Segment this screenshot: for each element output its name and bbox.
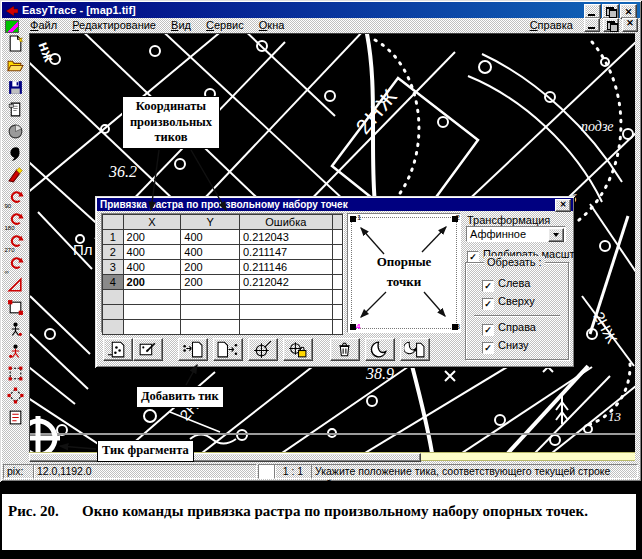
menu-service[interactable]: Сервис (200, 18, 250, 31)
checkbox-icon[interactable]: ✓ (482, 342, 494, 354)
row-header[interactable]: 3 (103, 260, 124, 275)
screen: EasyTrace - [map1.tif] ✕ Файл Редактиров… (0, 0, 642, 559)
col-error[interactable]: Ошибка (239, 215, 332, 230)
deskew-button[interactable] (5, 276, 27, 297)
trace-figure-alt-icon (7, 343, 24, 360)
crosshair-icon (252, 341, 273, 358)
open-folder-icon (7, 57, 24, 74)
raster-binding-dialog: Привязка растра по произвольному набору … (95, 196, 575, 368)
titlebar: EasyTrace - [map1.tif] ✕ (2, 2, 640, 18)
raster-page-icon (7, 101, 24, 118)
checkbox-icon[interactable]: ✓ (482, 324, 494, 336)
select-area-button[interactable] (5, 364, 27, 385)
save-floppy-icon (7, 79, 24, 96)
crop-left-checkbox[interactable]: ✓Слева (482, 277, 530, 292)
col-x[interactable]: X (123, 215, 181, 230)
mdi-close-button[interactable]: ✕ (622, 18, 638, 32)
status-unit: pix: (3, 464, 35, 479)
dialog-title: Привязка растра по произвольному набору … (100, 199, 348, 210)
raster-page-button[interactable] (5, 100, 27, 121)
row-header[interactable]: 4 (103, 275, 124, 290)
aim-tick-button[interactable] (248, 338, 278, 361)
menu-file[interactable]: Файл (24, 18, 63, 31)
restore-button[interactable] (602, 4, 619, 19)
invert-comma-button[interactable] (5, 144, 27, 165)
select-polygon-icon (7, 387, 24, 404)
close-button[interactable]: ✕ (620, 4, 637, 19)
ticks-table: X Y Ошибка 1 200 400 0.212043 2 400 400 … (101, 213, 344, 333)
crop-group-label: Обрезать : (484, 256, 545, 268)
warp-new-page-icon (404, 341, 425, 358)
coordinates-button[interactable] (5, 408, 27, 429)
menu-edit[interactable]: Редактирование (66, 18, 162, 31)
checkbox-icon[interactable]: ✓ (482, 298, 494, 310)
document-icon[interactable] (5, 20, 19, 33)
transform-select[interactable]: Аффинное (466, 226, 566, 242)
add-tick-callout: Добавить тик (136, 386, 224, 408)
crop-bottom-checkbox[interactable]: ✓Снизу (482, 339, 529, 354)
col-y[interactable]: Y (181, 215, 240, 230)
comma-icon (7, 145, 24, 162)
trace-figure-button[interactable] (5, 320, 27, 341)
rotate-180-button[interactable]: 180 (5, 210, 27, 231)
crop-top-checkbox[interactable]: ✓Сверху (482, 295, 535, 310)
pick-ticks-button[interactable] (133, 338, 163, 361)
rotate-free-button[interactable]: ∞ (5, 254, 27, 275)
mdi-restore-button[interactable] (603, 18, 619, 32)
figure-caption: Рис. 20.Окно команды привязка растра по … (1, 493, 637, 551)
horizontal-scroll-thumb[interactable] (29, 453, 421, 462)
vertical-scrollbar[interactable] (635, 33, 640, 452)
knife-icon (7, 167, 24, 184)
ticks-preview[interactable]: 1 2 3 4 Опорные точки (347, 213, 461, 333)
rotate-90-button[interactable]: 90 (5, 188, 27, 209)
new-document-button[interactable] (5, 34, 27, 55)
warp-button[interactable] (365, 338, 395, 361)
menu-help[interactable]: Справка (524, 18, 579, 31)
export-tick-button[interactable] (213, 338, 243, 361)
map-text: Пл (73, 241, 93, 258)
coords-callout: Координаты произвольных тиков (122, 96, 220, 149)
rotate-270-button[interactable]: 270 (5, 232, 27, 253)
table-row-selected: 4 200 200 0.212042 (103, 275, 343, 290)
save-button[interactable] (5, 78, 27, 99)
active-cell[interactable]: 200 (123, 275, 181, 290)
add-tick-button[interactable] (178, 338, 208, 361)
app-icon (6, 6, 18, 16)
minimize-button[interactable] (584, 4, 601, 19)
checkbox-icon[interactable]: ✓ (482, 280, 494, 292)
crop-groupbox: Обрезать : ✓Слева ✓Сверху ✓Справа ✓Снизу (465, 262, 569, 360)
caption-number: Рис. 20. (8, 500, 82, 523)
row-header[interactable]: 2 (103, 245, 124, 260)
crop-right-checkbox[interactable]: ✓Справа (482, 321, 536, 336)
load-ticks-button[interactable] (103, 338, 133, 361)
coordinates-icon (7, 409, 24, 426)
menu-windows[interactable]: Окна (253, 18, 291, 31)
statusbar: pix: 12.0,1192.0 1 : 1 Укажите положение… (2, 462, 640, 480)
status-message: Укажите положение тика, соответствующего… (311, 464, 638, 479)
row-header[interactable]: 1 (103, 230, 124, 245)
crop-frame-button[interactable] (5, 298, 27, 319)
crop-frame-icon (7, 299, 24, 316)
table-row: 2 400 400 0.211147 (103, 245, 343, 260)
select-polygon-button[interactable] (5, 386, 27, 407)
eraser-knife-button[interactable] (5, 166, 27, 187)
new-document-icon (7, 35, 24, 52)
table-row-empty (103, 320, 343, 335)
dropdown-button[interactable] (548, 228, 564, 242)
map-text: подзе (581, 119, 614, 135)
warp-to-new-button[interactable] (400, 338, 430, 361)
pie-button[interactable] (5, 122, 27, 143)
mdi-minimize-button[interactable] (584, 18, 600, 32)
export-tick-icon (217, 341, 238, 358)
close-icon: ✕ (560, 200, 567, 209)
table-header-row: X Y Ошибка (103, 215, 343, 230)
dialog-close-button[interactable]: ✕ (555, 199, 571, 212)
status-zoom: 1 : 1 (274, 464, 312, 479)
open-file-button[interactable] (5, 56, 27, 77)
trace-figure-alt-button[interactable] (5, 342, 27, 363)
lock-tick-button[interactable] (283, 338, 313, 361)
dialog-titlebar[interactable]: Привязка растра по произвольному набору … (97, 198, 573, 211)
delete-ticks-button[interactable] (330, 338, 360, 361)
menu-view[interactable]: Вид (165, 18, 197, 31)
status-coordinates: 12.0,1192.0 (33, 464, 257, 479)
